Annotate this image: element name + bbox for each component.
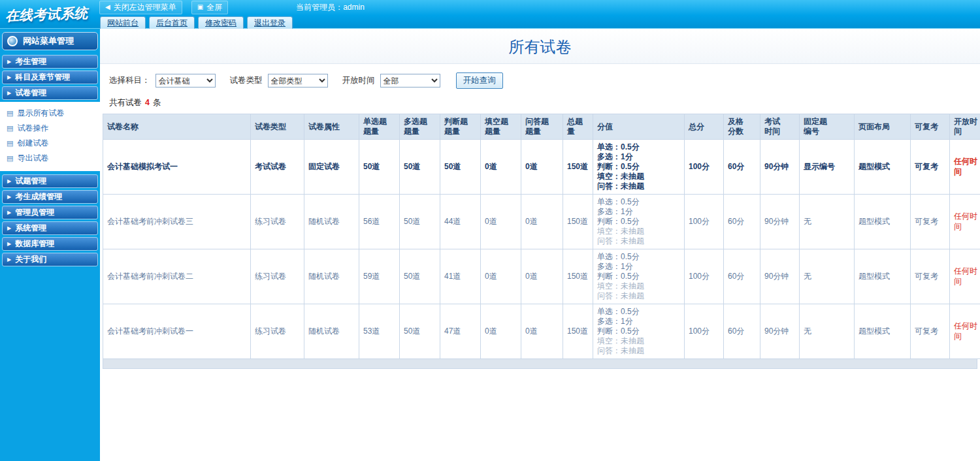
menu-arrow-icon: ▶ (7, 91, 11, 96)
topbar-row1: ◀ 关闭左边管理菜单 ▣ 全屏 当前管理员：admin (0, 0, 980, 14)
cell-retake: 可复考 (911, 195, 950, 249)
close-left-menu-button[interactable]: ◀ 关闭左边管理菜单 (99, 1, 182, 14)
cell-multi: 50道 (400, 304, 440, 359)
sidebar-item-label: 数据库管理 (15, 238, 54, 249)
score-detail-muted: 填空：未抽题 问答：未抽题 (597, 336, 680, 356)
cell-total_score: 100分 (685, 249, 724, 304)
submenu-item-label: 导出试卷 (17, 153, 48, 164)
cell-fixed_no: 无 (800, 195, 855, 249)
score-detail-muted: 填空：未抽题 问答：未抽题 (597, 172, 680, 191)
cell-judge: 44道 (440, 195, 481, 249)
cell-single: 59道 (359, 249, 400, 304)
table-row: 会计基础考前冲刺试卷三练习试卷随机试卷56道50道44道0道0道150道单选：0… (103, 195, 980, 249)
cell-open_time: 任何时间 (950, 195, 980, 249)
header-score: 分值 (593, 114, 685, 140)
sidebar-item-scores[interactable]: ▶ 考生成绩管理 (2, 190, 98, 204)
sidebar-item-label: 试卷管理 (15, 87, 46, 99)
sidebar-item-label: 试题管理 (15, 176, 46, 187)
paper-table-body: 会计基础模拟考试一考试试卷固定试卷50道50道50道0道0道150道单选：0.5… (103, 140, 980, 359)
cell-total_score: 100分 (685, 140, 724, 195)
cell-retake: 可复考 (911, 304, 950, 359)
tab-change-password[interactable]: 修改密码 (198, 16, 244, 29)
score-detail: 单选：0.5分 多选：1分 判断：0.5分 (597, 197, 680, 227)
cell-attribute: 随机试卷 (304, 195, 359, 249)
search-button[interactable]: 开始查询 (456, 72, 503, 89)
cell-layout: 题型模式 (855, 195, 911, 249)
tab-logout[interactable]: 退出登录 (247, 16, 293, 29)
cell-blank: 0道 (481, 304, 521, 359)
header-open_time: 开放时间 (950, 114, 980, 140)
cell-layout: 题型模式 (855, 249, 911, 304)
sidebar-item-admins[interactable]: ▶ 管理员管理 (2, 206, 98, 219)
sidebar-item-about[interactable]: ▶ 关于我们 (2, 253, 98, 266)
submenu-item-export-paper[interactable]: ▤ 导出试卷 (0, 151, 100, 166)
page-title: 所有试卷 (100, 29, 980, 64)
header-name: 试卷名称 (103, 114, 251, 140)
header-retake: 可复考 (911, 114, 950, 140)
tab-admin-home[interactable]: 后台首页 (149, 16, 195, 29)
cell-single: 56道 (359, 195, 400, 249)
sidebar-item-examinees[interactable]: ▶ 考生管理 (2, 55, 98, 69)
sidebar-item-questions[interactable]: ▶ 试题管理 (2, 174, 98, 188)
papers-table-head: 试卷名称试卷类型试卷属性单选题 题量多选题 题量判断题 题量填空题 题量问答题 … (103, 114, 980, 140)
sidebar: 网站菜单管理 ▶ 考生管理 ▶ 科目及章节管理 ▶ 试卷管理 ▤ 显示所有试卷 … (0, 29, 100, 461)
document-icon: ▤ (7, 110, 13, 117)
submenu-item-create-paper[interactable]: ▤ 创建试卷 (0, 136, 100, 151)
cell-duration: 90分钟 (760, 249, 800, 304)
app-logo: 在线考试系统 (5, 0, 98, 30)
cell-multi: 50道 (400, 249, 440, 304)
sidebar-item-system[interactable]: ▶ 系统管理 (2, 221, 98, 235)
cell-score: 单选：0.5分 多选：1分 判断：0.5分填空：未抽题 问答：未抽题 (593, 249, 685, 304)
cell-total_q: 150道 (563, 304, 593, 359)
cell-type: 考试试卷 (251, 140, 304, 195)
cell-total_score: 100分 (685, 195, 724, 249)
open-time-select[interactable]: 全部 (380, 74, 440, 87)
score-detail: 单选：0.5分 多选：1分 判断：0.5分 (597, 307, 680, 336)
sidebar-item-label: 关于我们 (15, 254, 46, 265)
menu-circle-icon (7, 36, 18, 46)
cell-score: 单选：0.5分 多选：1分 判断：0.5分填空：未抽题 问答：未抽题 (593, 195, 685, 249)
cell-qa: 0道 (521, 140, 563, 195)
cell-judge: 41道 (440, 249, 481, 304)
subject-filter-label: 选择科目： (109, 75, 150, 86)
cell-total_score: 100分 (685, 304, 724, 359)
summary-suffix: 条 (153, 98, 161, 107)
cell-qa: 0道 (521, 304, 563, 359)
paper-type-select[interactable]: 全部类型 (268, 74, 328, 87)
sidebar-item-subjects-chapters[interactable]: ▶ 科目及章节管理 (2, 71, 98, 84)
header-total_score: 总分 (685, 114, 724, 140)
fullscreen-button[interactable]: ▣ 全屏 (191, 1, 228, 14)
cell-attribute: 随机试卷 (304, 249, 359, 304)
collapse-left-icon: ◀ (105, 4, 110, 10)
header-pass_score: 及格 分数 (724, 114, 760, 140)
submenu-item-show-all-papers[interactable]: ▤ 显示所有试卷 (0, 106, 100, 121)
cell-total_q: 150道 (563, 195, 593, 249)
cell-pass_score: 60分 (724, 249, 760, 304)
header-total_q: 总题量 (563, 114, 593, 140)
document-icon: ▤ (7, 140, 13, 147)
open-time-filter-label: 开放时间 (342, 75, 375, 86)
table-row: 会计基础模拟考试一考试试卷固定试卷50道50道50道0道0道150道单选：0.5… (103, 140, 980, 195)
cell-name: 会计基础模拟考试一 (103, 140, 251, 195)
layout: 网站菜单管理 ▶ 考生管理 ▶ 科目及章节管理 ▶ 试卷管理 ▤ 显示所有试卷 … (0, 29, 980, 461)
cell-duration: 90分钟 (760, 195, 800, 249)
sidebar-item-database[interactable]: ▶ 数据库管理 (2, 237, 98, 251)
cell-blank: 0道 (481, 249, 521, 304)
cell-open_time: 任何时间 (950, 304, 980, 359)
cell-name: 会计基础考前冲刺试卷三 (103, 195, 251, 249)
sidebar-item-papers[interactable]: ▶ 试卷管理 (2, 86, 98, 100)
submenu-item-label: 显示所有试卷 (17, 108, 64, 119)
fullscreen-icon: ▣ (197, 4, 203, 10)
submenu-item-paper-operations[interactable]: ▤ 试卷操作 (0, 121, 100, 136)
papers-table: 试卷名称试卷类型试卷属性单选题 题量多选题 题量判断题 题量填空题 题量问答题 … (103, 114, 980, 359)
papers-submenu: ▤ 显示所有试卷 ▤ 试卷操作 ▤ 创建试卷 ▤ 导出试卷 (0, 102, 100, 171)
tab-site-frontend[interactable]: 网站前台 (100, 16, 146, 29)
cell-open_time: 任何时间 (950, 140, 980, 195)
cell-single: 50道 (359, 140, 400, 195)
cell-total_q: 150道 (563, 249, 593, 304)
cell-blank: 0道 (481, 140, 521, 195)
subject-select[interactable]: 会计基础 (155, 74, 216, 87)
header-attribute: 试卷属性 (304, 114, 359, 140)
menu-arrow-icon: ▶ (7, 210, 11, 215)
submenu-item-label: 试卷操作 (17, 123, 48, 134)
